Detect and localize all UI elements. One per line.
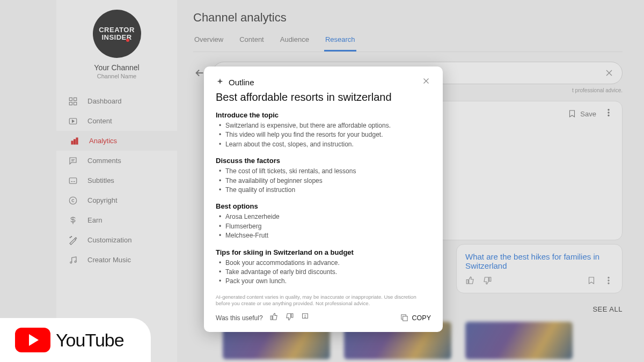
svg-rect-27 <box>402 316 407 321</box>
suggestion-title: What are the best hikes for families in … <box>465 252 613 270</box>
channel-avatar[interactable]: CREATOR INSIDER <box>93 10 141 58</box>
modal-footer: Was this useful? COPY <box>216 312 431 323</box>
svg-rect-1 <box>74 98 77 100</box>
thumbs-up-icon <box>465 276 475 285</box>
section-bullet: Take advantage of early bird discounts. <box>221 268 431 277</box>
section-bullet: Arosa Lenzerheide <box>221 212 431 221</box>
customization-icon <box>68 235 78 245</box>
outline-title: Best affordable resorts in switzerland <box>216 91 431 104</box>
sidebar-item-earn[interactable]: Earn <box>56 210 177 230</box>
sidebar-item-subtitles[interactable]: Subtitles <box>56 171 177 190</box>
svg-point-14 <box>70 237 71 238</box>
section-list: Arosa LenzerheideFlumserbergMelchsee-Fru… <box>216 212 431 240</box>
svg-point-15 <box>71 236 72 237</box>
section-heading: Best options <box>216 202 431 210</box>
svg-rect-5 <box>71 141 73 144</box>
sidebar-item-dashboard[interactable]: Dashboard <box>56 91 177 111</box>
thumbs-down-button[interactable] <box>285 312 294 323</box>
content-icon <box>68 116 78 126</box>
more-vertical-icon <box>604 276 613 285</box>
feedback-question: Was this useful? <box>216 314 263 322</box>
outline-modal: Outline Best affordable resorts in switz… <box>204 67 443 332</box>
section-list: The cost of lift tickets, ski rentals, a… <box>216 167 431 195</box>
thumbs-up-button[interactable] <box>269 312 279 323</box>
sidebar-item-analytics[interactable]: Analytics <box>56 131 177 151</box>
section-bullet: The quality of instruction <box>221 186 431 195</box>
suggestion-actions <box>465 276 613 287</box>
sidebar-item-copyright[interactable]: Copyright <box>56 190 177 210</box>
svg-rect-6 <box>74 139 76 144</box>
section-bullet: The availability of beginner slopes <box>221 176 431 186</box>
svg-point-13 <box>69 197 77 204</box>
sidebar-item-label: Content <box>87 117 112 125</box>
close-modal-button[interactable] <box>421 76 431 88</box>
channel-name-label: Channel Name <box>97 73 136 79</box>
youtube-watermark: YouTube <box>0 318 151 362</box>
thumbs-down-button[interactable] <box>482 276 492 287</box>
thumbs-up-button[interactable] <box>465 276 475 287</box>
outline-section: Tips for skiing in Switzerland on a budg… <box>216 248 431 286</box>
sidebar: CREATOR INSIDER Your Channel Channel Nam… <box>56 0 177 362</box>
sparkle-icon <box>216 78 224 86</box>
tab-audience[interactable]: Audience <box>279 30 310 51</box>
sidebar-item-comments[interactable]: Comments <box>56 151 177 171</box>
svg-point-20 <box>608 115 609 116</box>
channel-header: CREATOR INSIDER Your Channel Channel Nam… <box>56 0 177 79</box>
tab-research[interactable]: Research <box>324 30 356 51</box>
copy-button[interactable]: COPY <box>400 313 431 322</box>
video-thumbnail[interactable] <box>465 322 573 359</box>
outline-sections: Introduce the topicSwitzerland is expens… <box>216 111 431 286</box>
sidebar-item-label: Subtitles <box>87 176 114 184</box>
svg-rect-0 <box>69 98 72 100</box>
section-bullet: Learn about the cost, slopes, and instru… <box>221 140 431 149</box>
your-channel-label: Your Channel <box>94 63 139 72</box>
save-button[interactable]: Save <box>567 109 596 119</box>
sidebar-item-label: Comments <box>87 157 121 165</box>
svg-rect-10 <box>69 178 77 183</box>
section-bullet: Melchsee-Frutt <box>221 231 431 240</box>
ai-disclaimer: AI-generated content varies in quality, … <box>216 294 431 307</box>
thumbs-down-icon <box>482 276 492 285</box>
svg-point-23 <box>608 283 609 284</box>
sidebar-item-content[interactable]: Content <box>56 111 177 131</box>
tab-overview[interactable]: Overview <box>193 30 224 51</box>
sidebar-item-label: Earn <box>87 216 102 224</box>
close-icon <box>421 76 431 86</box>
comments-icon <box>68 156 78 166</box>
section-list: Book your accommodations in advance.Take… <box>216 258 431 286</box>
card-actions: Save <box>567 108 613 120</box>
sidebar-item-customization[interactable]: Customization <box>56 230 177 250</box>
section-bullet: This video will help you find the resort… <box>221 130 431 139</box>
svg-point-16 <box>70 262 72 263</box>
section-list: Switzerland is expensive, but there are … <box>216 121 431 149</box>
svg-point-18 <box>608 109 609 110</box>
modal-header: Outline <box>216 76 431 88</box>
sidebar-item-label: Dashboard <box>87 97 122 105</box>
subtitles-icon <box>68 176 78 186</box>
bookmark-button[interactable] <box>587 276 596 287</box>
bookmark-icon <box>587 276 596 285</box>
more-options-button[interactable] <box>604 276 613 287</box>
recording-dot-icon <box>126 39 129 42</box>
save-label: Save <box>580 110 596 118</box>
svg-rect-3 <box>74 102 77 105</box>
section-bullet: Switzerland is expensive, but there are … <box>221 121 431 130</box>
avatar-text-1: CREATOR <box>99 26 135 34</box>
page-title: Channel analytics <box>193 11 623 25</box>
more-options-button[interactable] <box>604 108 613 120</box>
copyright-icon <box>68 196 78 205</box>
more-vertical-icon <box>604 108 613 117</box>
see-all-link[interactable]: SEE ALL <box>592 305 623 313</box>
section-bullet: Flumserberg <box>221 222 431 231</box>
outline-section: Best optionsArosa LenzerheideFlumserberg… <box>216 202 431 240</box>
svg-point-22 <box>608 280 609 281</box>
sidebar-item-label: Customization <box>87 236 131 244</box>
youtube-logo-icon <box>15 328 50 352</box>
sidebar-item-creator-music[interactable]: Creator Music <box>56 250 177 270</box>
report-button[interactable] <box>301 312 310 323</box>
svg-rect-7 <box>76 138 78 144</box>
tab-content[interactable]: Content <box>238 30 265 51</box>
clear-search-button[interactable] <box>604 68 614 80</box>
copy-label: COPY <box>412 314 431 322</box>
suggestion-card[interactable]: What are the best hikes for families in … <box>456 244 623 293</box>
